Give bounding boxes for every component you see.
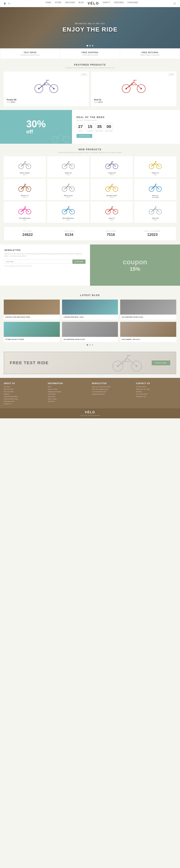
blog-dot-2[interactable] (89, 344, 91, 346)
cart-icon[interactable]: 🛒 (174, 2, 176, 5)
newsletter-title: NEWSLETTER (4, 249, 86, 251)
newsletter-email-input[interactable] (4, 259, 71, 264)
nav-blog[interactable]: BLOG (79, 1, 84, 5)
blog-content-0: SURVIVE LONG BIKE ROAD TRIPS (4, 315, 60, 320)
nav-features[interactable]: FEATURES (114, 1, 124, 5)
nav-home[interactable]: HOME (46, 1, 51, 5)
deal-shop-btn[interactable]: SHOP NOW (77, 134, 92, 138)
hero-title: ENJOY THE RIDE (62, 26, 118, 33)
footer-item-0-5[interactable]: Environmental Policy (4, 398, 44, 400)
hero-banner: Wonderful day in the city ENJOY THE RIDE (0, 7, 180, 48)
search-icon[interactable]: 🔍 (8, 3, 10, 4)
bike-illustration-0 (31, 78, 61, 94)
product-image-1 (94, 74, 173, 97)
product-card-0[interactable]: White Classic $250 (4, 156, 46, 178)
product-card-7[interactable]: Blue C5 $650 $580 (134, 179, 176, 200)
blog-card-blog-row1-1[interactable]: A BRAND NEW BIKE - SAHI... (62, 300, 118, 320)
prod-name-9: Blue Billiontees (49, 217, 87, 219)
footer-item-0-4[interactable]: Social Responsibility (4, 396, 44, 397)
hero-dot-1[interactable] (87, 45, 88, 46)
footer-item-3-2[interactable]: Australia (136, 391, 176, 393)
product-card-9[interactable]: Blue Billiontees $575 (47, 202, 89, 223)
blog-card-blog-row2-1[interactable]: AN OVERVIEW ON BICYCLES (62, 322, 118, 342)
blog-card-blog-row1-0[interactable]: SURVIVE LONG BIKE ROAD TRIPS (4, 300, 60, 320)
footer: ABOUT USOur StoryMeet the TeamPress & Me… (0, 378, 180, 408)
stat-value-1: 6134 (49, 232, 89, 237)
deal-left: 30% off (0, 110, 72, 144)
footer-item-1-3[interactable]: Track Order (48, 393, 88, 395)
footer-item-0-0[interactable]: Our Story (4, 386, 44, 388)
header: 👤 🔍 HOME STORE DISCOVER BLOG VÉLO SHOP I… (0, 0, 180, 7)
blog-card-blog-row1-2[interactable]: AN OVERVIEW ON BICYCLES (120, 300, 176, 320)
product-card-10[interactable]: Red C5 $540 (91, 202, 133, 223)
stat-bikes-hired: BIKES HIRED 7516 (91, 230, 131, 237)
product-card-2[interactable]: Purple D8 $650 (91, 156, 133, 178)
feature-title-1: FREE SHIPPING (62, 52, 118, 54)
footer-item-1-2[interactable]: Shipping Information (48, 391, 88, 393)
featured-product-1[interactable]: SALE Red C5 from $659 (91, 71, 176, 106)
footer-item-1-6[interactable]: Gift Cards (48, 401, 88, 402)
footer-item-2-2[interactable]: our newest bikes and (92, 391, 132, 393)
prod-name-7: Blue C5 (136, 195, 174, 196)
user-icon[interactable]: 👤 (4, 3, 6, 4)
new-products-title: NEW PRODUCTS (4, 148, 176, 151)
blog-content-0: TO BIKE OR NOT TO BIKE (4, 337, 60, 342)
product-card-1[interactable]: White C5 $445 (47, 156, 89, 178)
stat-label-0: TEST WEEK (8, 230, 48, 232)
footer-item-3-4[interactable]: info@velo.com (136, 396, 176, 397)
nav-purchase[interactable]: PURCHASE (128, 1, 138, 5)
stat-test-week: TEST WEEK 24622 (8, 230, 48, 237)
svg-line-20 (134, 80, 134, 82)
deal-title: DEAL OF THE WEEK (77, 116, 176, 119)
footer-item-0-2[interactable]: Press & Media (4, 391, 44, 393)
blog-img-2 (120, 322, 176, 337)
footer-item-3-1[interactable]: Melbourne VIC 3000 (136, 389, 176, 390)
product-card-6[interactable]: Mustard Sport $520 (91, 179, 133, 200)
blog-card-blog-row2-2[interactable]: AHS SABERS - BICYCLE... (120, 322, 176, 342)
nav-discover[interactable]: DISCOVER (65, 1, 75, 5)
site-logo[interactable]: VÉLO (88, 1, 99, 5)
nav-shopit[interactable]: SHOP IT (103, 1, 110, 5)
deal-content: 30% off (26, 119, 46, 135)
footer-item-0-1[interactable]: Meet the Team (4, 389, 44, 390)
stat-label-2: BIKES HIRED (91, 230, 131, 232)
prod-img-0 (6, 158, 44, 171)
footer-item-1-4[interactable]: Size Guide (48, 396, 88, 397)
product-card-3[interactable]: Yellow C5 $560 (134, 156, 176, 178)
footer-item-0-3[interactable]: Affiliates (4, 393, 44, 395)
footer-item-0-6[interactable]: Working at Velo (4, 401, 44, 402)
footer-item-3-0[interactable]: 123 Bike Street (136, 386, 176, 388)
main-nav: HOME STORE DISCOVER BLOG VÉLO SHOP IT FE… (46, 1, 138, 5)
product-card-8[interactable]: Pink Billiontees $590 (4, 202, 46, 223)
prod-name-11: Silver D8 (136, 217, 174, 219)
newsletter-subscribe-btn[interactable]: SUBSCRIBE (72, 259, 86, 264)
product-card-11[interactable]: Silver D8 $460 (134, 202, 176, 223)
blog-content-2: AHS SABERS - BICYCLE... (120, 337, 176, 342)
product-tag-0: SALE (81, 73, 87, 76)
product-card-5[interactable]: White Sport $555 (47, 179, 89, 200)
stats-bar: TEST WEEK 24622 BIKES SOLD 6134 BIKES HI… (4, 226, 176, 241)
nav-store[interactable]: STORE (55, 1, 61, 5)
blog-card-blog-row2-0[interactable]: TO BIKE OR NOT TO BIKE (4, 322, 60, 342)
test-ride-btn[interactable]: BOOK NOW (152, 361, 170, 365)
hero-dot-3[interactable] (92, 45, 93, 46)
stat-bikes-sold: BIKES SOLD 6134 (49, 230, 89, 237)
blog-title: LATEST BLOG (4, 294, 176, 297)
blog-dot-1[interactable] (87, 344, 88, 346)
footer-item-2-0[interactable]: Sign up to receive the latest (92, 386, 132, 388)
footer-item-2-3[interactable]: cycling accessories. (92, 393, 132, 395)
footer-item-2-1[interactable]: news and updates about (92, 389, 132, 390)
hero-dot-2[interactable] (89, 45, 91, 46)
footer-item-1-1[interactable]: Returns Policy (48, 389, 88, 390)
footer-item-1-5[interactable]: Store Locator (48, 398, 88, 400)
footer-item-3-3[interactable]: +61 3 9000 0000 (136, 393, 176, 395)
product-price-1: from $659 (94, 101, 173, 103)
featured-product-0[interactable]: SALE Purple D8 from $650 (4, 71, 89, 106)
countdown-minutes: 35 MINUTES (95, 123, 103, 132)
new-products: White Classic $250 White C5 $445 Purple … (0, 156, 180, 226)
blog-dot-3[interactable] (92, 344, 93, 346)
footer-item-1-0[interactable]: FAQ (48, 386, 88, 388)
footer-item-0-7[interactable]: Contact Us (4, 403, 44, 405)
blog-content-2: AN OVERVIEW ON BICYCLES (120, 315, 176, 320)
product-card-4[interactable]: Brown C5 $525 (4, 179, 46, 200)
